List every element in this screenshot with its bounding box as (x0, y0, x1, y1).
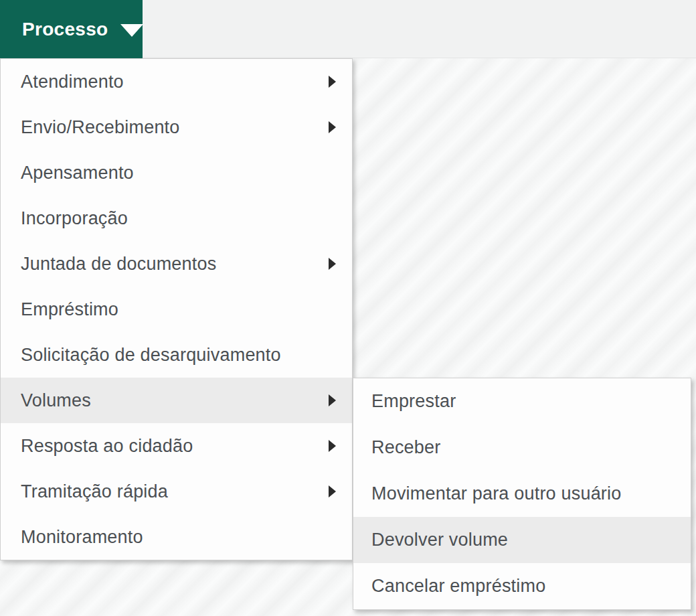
submenu-arrow-icon (329, 394, 336, 406)
menu-item-incorporacao[interactable]: Incorporação (1, 196, 352, 241)
menu-item-monitoramento[interactable]: Monitoramento (1, 514, 352, 560)
menu-item-cancelar-emprestimo[interactable]: Cancelar empréstimo (353, 563, 691, 609)
menu-item-label: Volumes (21, 390, 91, 411)
processo-menu-button[interactable]: Processo (0, 0, 143, 58)
menu-item-label: Empréstimo (21, 299, 118, 320)
menu-item-label: Atendimento (21, 72, 124, 92)
submenu-arrow-icon (329, 121, 336, 133)
submenu-arrow-icon (329, 76, 336, 88)
menu-item-volumes[interactable]: Volumes (1, 378, 352, 423)
menu-item-envio-recebimento[interactable]: Envio/Recebimento (1, 104, 352, 150)
menu-item-label: Cancelar empréstimo (371, 576, 545, 597)
menu-item-label: Solicitação de desarquivamento (21, 345, 281, 366)
menu-item-label: Resposta ao cidadão (21, 436, 193, 457)
menu-item-emprestimo[interactable]: Empréstimo (1, 287, 352, 332)
menu-item-juntada-de-documentos[interactable]: Juntada de documentos (1, 241, 352, 287)
processo-menu-button-label: Processo (22, 19, 108, 40)
menu-item-label: Movimentar para outro usuário (371, 483, 621, 504)
menu-item-atendimento[interactable]: Atendimento (1, 59, 352, 104)
menu-item-label: Envio/Recebimento (21, 117, 180, 138)
menu-item-tramitacao-rapida[interactable]: Tramitação rápida (1, 469, 352, 514)
menu-item-label: Incorporação (21, 208, 128, 229)
menu-item-label: Tramitação rápida (21, 481, 168, 502)
menu-item-label: Monitoramento (21, 527, 143, 548)
submenu-arrow-icon (329, 485, 336, 497)
volumes-submenu: EmprestarReceberMovimentar para outro us… (353, 378, 691, 610)
processo-dropdown-menu: AtendimentoEnvio/RecebimentoApensamentoI… (0, 58, 353, 560)
chevron-down-icon (120, 24, 143, 37)
menu-item-receber[interactable]: Receber (353, 425, 691, 471)
menu-item-devolver-volume[interactable]: Devolver volume (353, 517, 691, 563)
submenu-arrow-icon (329, 440, 336, 452)
submenu-arrow-icon (329, 258, 336, 270)
menu-item-label: Receber (371, 437, 440, 458)
menu-item-movimentar-para-outro-usuario[interactable]: Movimentar para outro usuário (353, 471, 691, 517)
menu-item-label: Devolver volume (371, 530, 508, 550)
menu-item-resposta-ao-cidadao[interactable]: Resposta ao cidadão (1, 423, 352, 469)
menu-item-solicitacao-de-desarquivamento[interactable]: Solicitação de desarquivamento (1, 332, 352, 378)
menu-item-label: Emprestar (371, 391, 456, 412)
menu-item-emprestar[interactable]: Emprestar (353, 378, 691, 425)
menu-item-label: Juntada de documentos (21, 254, 216, 275)
menu-item-label: Apensamento (21, 163, 134, 183)
menu-item-apensamento[interactable]: Apensamento (1, 150, 352, 196)
